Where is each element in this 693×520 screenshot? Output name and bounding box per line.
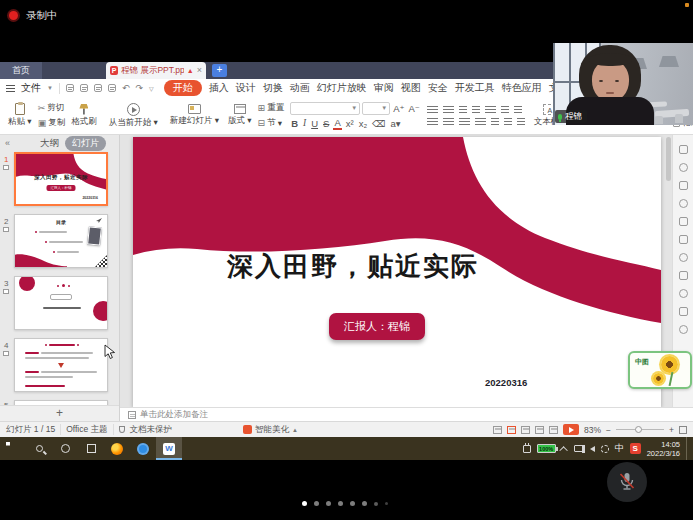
strikethrough-button[interactable]: S <box>322 118 330 129</box>
menu-special-apps[interactable]: 特色应用 <box>502 81 542 95</box>
menu-design[interactable]: 设计 <box>236 81 256 95</box>
menu-home[interactable]: 开始 <box>164 80 202 96</box>
firefox-button[interactable] <box>104 437 130 460</box>
align-left-icon[interactable] <box>427 118 438 126</box>
bold-button[interactable]: B <box>290 118 299 129</box>
taskbar-search-button[interactable] <box>26 437 52 460</box>
show-desktop-button[interactable] <box>686 437 690 460</box>
properties-icon[interactable] <box>679 145 688 154</box>
slide-thumbnail-4[interactable] <box>14 338 108 392</box>
underline-button[interactable]: U <box>310 118 319 129</box>
zoom-slider-knob[interactable] <box>635 426 642 433</box>
close-tab-icon[interactable]: × <box>197 66 202 75</box>
zoom-level[interactable]: 83% <box>584 425 601 435</box>
font-size-select[interactable]: ▼ <box>362 102 390 115</box>
ime-icon[interactable]: S <box>630 443 641 454</box>
task-view-button[interactable] <box>78 437 104 460</box>
meeting-app-button[interactable] <box>130 437 156 460</box>
line-spacing-icon[interactable] <box>485 106 496 114</box>
subscript-button[interactable]: x₂ <box>358 118 368 129</box>
outline-tab[interactable]: 大纲 <box>40 137 59 150</box>
menu-security[interactable]: 安全 <box>428 81 448 95</box>
align-right-icon[interactable] <box>459 118 470 126</box>
redo-icon[interactable]: ↷ <box>136 83 144 93</box>
superscript-button[interactable]: x² <box>345 118 355 129</box>
menu-insert[interactable]: 插入 <box>209 81 229 95</box>
mute-mic-button[interactable] <box>607 462 647 502</box>
carousel-dot[interactable] <box>350 501 355 506</box>
sound-rail-icon[interactable] <box>679 289 688 298</box>
customize-toolbar-icon[interactable]: ▽ <box>149 85 154 92</box>
network-icon[interactable] <box>601 445 609 453</box>
menu-review[interactable]: 审阅 <box>374 81 394 95</box>
cortana-button[interactable] <box>52 437 78 460</box>
copy-button[interactable]: ▣复制 <box>38 117 66 129</box>
print-icon[interactable] <box>94 84 102 92</box>
design-rail-icon[interactable] <box>679 199 688 208</box>
slide-sorter-view-icon[interactable] <box>507 426 516 434</box>
slide-thumbnail-2[interactable]: 目录 <box>14 214 108 268</box>
italic-button[interactable]: I <box>302 118 307 128</box>
add-slide-button[interactable]: + <box>0 405 119 421</box>
menu-devtools[interactable]: 开发工具 <box>455 81 495 95</box>
align-bottom-icon[interactable] <box>517 118 525 126</box>
wps-taskbar-button[interactable]: W <box>156 437 182 460</box>
input-language[interactable]: 中 <box>615 442 624 455</box>
zoom-slider[interactable] <box>616 429 664 430</box>
align-center-icon[interactable] <box>443 118 454 126</box>
shapes-rail-icon[interactable] <box>679 163 688 172</box>
paste-button[interactable]: 粘贴 ▾ <box>5 99 35 133</box>
beautify-button[interactable]: 智能美化 ▲ <box>243 424 298 436</box>
layout-button[interactable]: 版式 ▾ <box>225 99 255 133</box>
increase-font-button[interactable]: A⁺ <box>392 103 405 114</box>
justify-icon[interactable] <box>475 118 486 126</box>
zoom-in-button[interactable]: + <box>669 425 674 435</box>
hamburger-icon[interactable] <box>6 85 15 92</box>
document-tab[interactable]: P 程锦 展示PPT.pptx ▲ × <box>106 62 206 79</box>
font-family-select[interactable]: ▼ <box>290 102 360 115</box>
numbering-icon[interactable] <box>443 106 454 114</box>
zoom-out-button[interactable]: − <box>606 425 611 435</box>
carousel-dot[interactable] <box>326 501 331 506</box>
text-direction-icon[interactable] <box>514 106 522 114</box>
menu-animation[interactable]: 动画 <box>290 81 310 95</box>
carousel-dot[interactable] <box>385 502 388 505</box>
reset-button[interactable]: ⊞重置 <box>258 102 285 114</box>
slides-tab[interactable]: 幻灯片 <box>65 136 106 151</box>
sunflower-widget[interactable]: 中图 <box>628 351 692 389</box>
presenter-view-icon[interactable] <box>549 426 558 434</box>
carousel-dot[interactable] <box>314 501 319 506</box>
clear-format-button[interactable]: ⌫ <box>371 118 386 129</box>
save-icon[interactable] <box>66 84 74 92</box>
slide-date[interactable]: 20220316 <box>485 377 527 388</box>
carousel-dot-active[interactable] <box>302 501 307 506</box>
preview-icon[interactable] <box>108 84 116 92</box>
hidden-icons-chevron[interactable] <box>559 446 567 454</box>
reading-view-icon[interactable] <box>535 426 544 434</box>
slideshow-play-button[interactable] <box>563 424 579 435</box>
media-rail-icon[interactable] <box>679 271 688 280</box>
carousel-dot[interactable] <box>362 501 367 506</box>
webcam-overlay[interactable]: 程锦 <box>553 43 693 125</box>
cut-button[interactable]: ✂剪切 <box>38 102 66 114</box>
slide-thumbnail-3[interactable] <box>14 276 108 330</box>
file-menu[interactable]: 文件 <box>21 81 41 95</box>
columns-icon[interactable] <box>501 106 509 114</box>
notes-area[interactable]: 单击此处添加备注 <box>120 407 693 421</box>
file-caret-icon[interactable]: ▼ <box>47 85 53 91</box>
battery-indicator[interactable]: 100% <box>537 444 556 453</box>
slide-thumbnail-1[interactable]: 深入田野，贴近实际 汇报人：程锦 20220316 <box>14 152 108 206</box>
change-case-button[interactable]: a▾ <box>390 118 402 129</box>
share-rail-icon[interactable] <box>679 253 688 262</box>
presenter-badge[interactable]: 汇报人：程锦 <box>329 313 425 340</box>
increase-indent-icon[interactable] <box>472 106 480 114</box>
open-icon[interactable] <box>80 84 88 92</box>
carousel-dot[interactable] <box>374 502 378 506</box>
play-from-current-button[interactable]: 从当前开始 ▾ <box>106 99 161 133</box>
history-rail-icon[interactable] <box>679 307 688 316</box>
power-plug-icon[interactable] <box>523 445 531 453</box>
collapse-panel-button[interactable]: « <box>5 138 10 148</box>
font-color-button[interactable]: A <box>333 117 341 130</box>
theme-name[interactable]: Office 主题 <box>66 424 107 436</box>
slide-title[interactable]: 深入田野，贴近实际 <box>133 249 573 284</box>
